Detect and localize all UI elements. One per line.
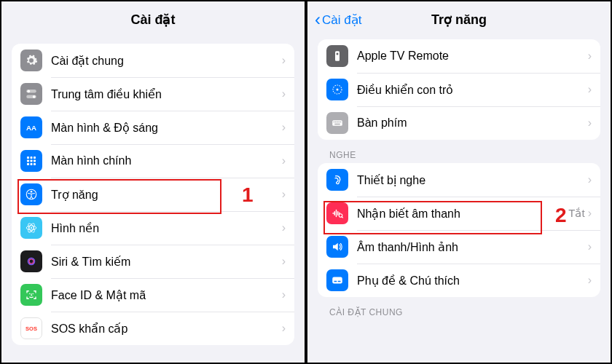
subtitle-icon [326, 269, 348, 291]
row-label: Nhận biết âm thanh [357, 207, 568, 221]
svg-rect-8 [27, 160, 29, 162]
svg-rect-39 [334, 281, 337, 282]
row-keyboard[interactable]: Bàn phím› [318, 106, 600, 140]
row-label: Hình nền [51, 221, 282, 235]
back-label: Cài đặt [322, 12, 361, 28]
svg-point-29 [337, 89, 339, 91]
chevron-right-icon: › [588, 240, 592, 253]
svg-point-15 [31, 191, 33, 193]
gear-icon [20, 50, 42, 71]
svg-rect-36 [334, 124, 340, 125]
settings-pane: Cài đặt Cài đặt chung›Trung tâm điều khi… [1, 1, 307, 363]
svg-text:SOS: SOS [26, 325, 37, 332]
row-label: Điều khiển con trỏ [357, 83, 588, 97]
chevron-right-icon: › [588, 207, 592, 220]
row-label: Phụ đề & Chú thích [357, 274, 588, 288]
row-value: Tắt [568, 207, 584, 220]
svg-rect-32 [335, 122, 337, 123]
row-label: SOS khẩn cấp [51, 322, 282, 336]
ear-icon [326, 169, 348, 191]
row-label: Âm thanh/Hình ảnh [357, 240, 588, 254]
section-general-label: CÀI ĐẶT CHUNG [329, 307, 589, 317]
accessibility-icon [20, 183, 42, 205]
row-label: Màn hình & Độ sáng [51, 121, 282, 135]
row-appletv[interactable]: Apple TV Remote› [318, 39, 600, 73]
row-label: Trợ năng [51, 188, 282, 202]
chevron-right-icon: › [588, 116, 592, 130]
svg-text:AA: AA [26, 124, 36, 132]
chevron-right-icon: › [588, 50, 592, 63]
pointer-icon [326, 79, 348, 100]
sos-icon: SOS [20, 317, 42, 339]
page-title: Cài đặt [130, 12, 175, 28]
svg-rect-6 [31, 157, 33, 159]
svg-rect-40 [338, 281, 341, 282]
svg-rect-35 [340, 122, 342, 123]
chevron-right-icon: › [282, 154, 286, 167]
settings-header: Cài đặt [1, 1, 305, 38]
svg-rect-26 [335, 51, 340, 61]
back-button[interactable]: ‹ Cài đặt [315, 11, 361, 28]
svg-point-19 [31, 227, 32, 229]
svg-point-1 [27, 90, 30, 92]
keyboard-icon [326, 112, 348, 134]
row-sos[interactable]: SOSSOS khẩn cấp› [12, 312, 294, 345]
svg-rect-11 [27, 163, 29, 165]
settings-list: Cài đặt chung›Trung tâm điều khiển›AAMàn… [12, 44, 294, 345]
svg-rect-12 [31, 163, 33, 165]
row-general[interactable]: Cài đặt chung› [12, 44, 294, 77]
svg-rect-38 [332, 277, 342, 284]
row-label: Thiết bị nghe [357, 173, 588, 187]
row-pointer[interactable]: Điều khiển con trỏ› [318, 73, 600, 106]
svg-point-3 [33, 95, 36, 98]
row-subtitles[interactable]: Phụ đề & Chú thích› [318, 264, 600, 297]
row-siri[interactable]: Siri & Tìm kiếm› [12, 245, 294, 278]
row-audiovisual[interactable]: Âm thanh/Hình ảnh› [318, 230, 600, 264]
svg-rect-5 [27, 157, 29, 159]
chevron-right-icon: › [282, 288, 286, 301]
svg-rect-33 [337, 122, 338, 123]
svg-rect-7 [34, 157, 36, 159]
svg-point-23 [29, 293, 31, 295]
row-homescreen[interactable]: Màn hình chính› [12, 144, 294, 178]
row-label: Apple TV Remote [357, 50, 588, 63]
svg-rect-10 [34, 160, 36, 162]
chevron-right-icon: › [588, 274, 592, 287]
physical-list: Apple TV Remote›Điều khiển con trỏ›Bàn p… [318, 39, 600, 140]
row-faceid[interactable]: Face ID & Mật mã› [12, 278, 294, 312]
grid-icon [20, 150, 42, 172]
chevron-right-icon: › [282, 255, 286, 268]
accessibility-header: ‹ Cài đặt Trợ năng [307, 1, 611, 38]
chevron-right-icon: › [282, 188, 286, 201]
row-wallpaper[interactable]: Hình nền› [12, 211, 294, 245]
row-label: Màn hình chính [51, 154, 282, 167]
chevron-right-icon: › [588, 173, 592, 186]
chevron-right-icon: › [282, 54, 286, 67]
section-hearing-label: NGHE [329, 150, 589, 160]
chevron-left-icon: ‹ [315, 11, 321, 28]
chevron-right-icon: › [282, 121, 286, 134]
svg-rect-13 [34, 163, 36, 165]
page-title: Trợ năng [431, 12, 487, 28]
row-label: Bàn phím [357, 116, 588, 130]
siri-icon [20, 250, 42, 272]
row-label: Siri & Tìm kiếm [51, 255, 282, 269]
row-label: Trung tâm điều khiển [51, 87, 282, 101]
row-display[interactable]: AAMàn hình & Độ sáng› [12, 111, 294, 144]
screenshot-container: Cài đặt Cài đặt chung›Trung tâm điều khi… [0, 0, 612, 364]
tvremote-icon [326, 45, 348, 67]
svg-rect-9 [31, 160, 33, 162]
svg-point-27 [337, 53, 339, 55]
soundrec-icon [326, 202, 348, 224]
svg-point-24 [33, 293, 34, 295]
faceid-icon [20, 284, 42, 306]
hearing-list: Thiết bị nghe›Nhận biết âm thanhTắt›Âm t… [318, 163, 600, 297]
chevron-right-icon: › [282, 221, 286, 234]
chevron-right-icon: › [282, 87, 286, 100]
toggles-icon [20, 83, 42, 105]
row-hearingdev[interactable]: Thiết bị nghe› [318, 163, 600, 197]
row-accessibility[interactable]: Trợ năng› [12, 178, 294, 211]
chevron-right-icon: › [588, 83, 592, 96]
row-soundrec[interactable]: Nhận biết âm thanhTắt› [318, 197, 600, 230]
row-controlcenter[interactable]: Trung tâm điều khiển› [12, 77, 294, 111]
